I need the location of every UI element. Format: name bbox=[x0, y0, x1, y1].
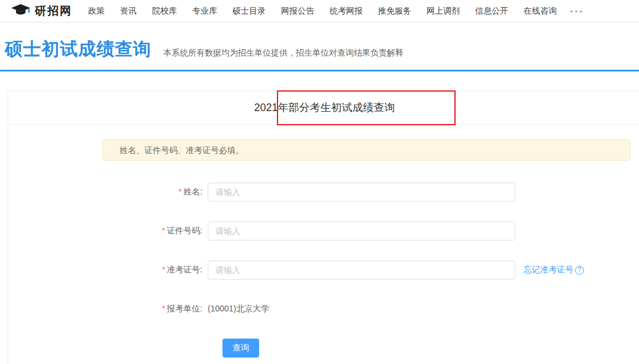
nav-item-exemption-service[interactable]: 推免服务 bbox=[370, 6, 419, 17]
top-nav: 研招网 政策 资讯 院校库 专业库 硕士目录 网报公告 统考网报 推免服务 网上… bbox=[0, 0, 639, 22]
nav-item-online-consult[interactable]: 在线咨询 bbox=[516, 6, 564, 17]
name-input[interactable] bbox=[208, 183, 515, 202]
form-row-name: *姓名: bbox=[8, 183, 639, 202]
card-header: 2021年部分考生初试成绩查询 bbox=[8, 91, 639, 125]
nav-item-unified-exam-registration[interactable]: 统考网报 bbox=[322, 6, 370, 17]
id-number-field-label: *证件号码: bbox=[8, 226, 208, 236]
notice-banner: 姓名、证件号码、准考证号必填。 bbox=[102, 139, 631, 161]
page-subtitle: 本系统所有数据均为招生单位提供，招生单位对查询结果负责解释 bbox=[163, 48, 404, 58]
nav-item-report-notice[interactable]: 网报公告 bbox=[273, 6, 322, 17]
target-institution-field-label: *报考单位: bbox=[8, 304, 208, 314]
required-asterisk: * bbox=[162, 265, 165, 274]
id-number-input[interactable] bbox=[208, 222, 515, 240]
nav-item-online-adjustment[interactable]: 网上调剂 bbox=[419, 6, 467, 17]
site-logo[interactable]: 研招网 bbox=[11, 4, 72, 19]
form-row-target-institution: *报考单位: (10001)北京大学 bbox=[8, 300, 639, 318]
form-row-ticket-number: *准考证号: 忘记准考证号? bbox=[8, 261, 639, 280]
name-field-label: *姓名: bbox=[8, 187, 208, 197]
ticket-number-field-label: *准考证号: bbox=[8, 265, 208, 275]
nav-item-major-library[interactable]: 专业库 bbox=[185, 6, 225, 17]
blue-divider bbox=[0, 70, 639, 72]
required-asterisk: * bbox=[162, 304, 165, 313]
graduation-cap-icon bbox=[11, 4, 31, 19]
question-circle-icon: ? bbox=[575, 266, 584, 275]
form-row-id-number: *证件号码: bbox=[8, 222, 639, 240]
required-asterisk: * bbox=[162, 226, 165, 235]
page-title: 硕士初试成绩查询 bbox=[5, 37, 151, 61]
nav-item-master-catalog[interactable]: 硕士目录 bbox=[225, 6, 273, 17]
page-header: 硕士初试成绩查询 本系统所有数据均为招生单位提供，招生单位对查询结果负责解释 bbox=[0, 22, 639, 70]
score-query-card: 2021年部分考生初试成绩查询 姓名、证件号码、准考证号必填。 *姓名: *证件… bbox=[8, 90, 639, 364]
score-query-form: *姓名: *证件号码: *准考证号: 忘记准考证号? *报考单位: (10001… bbox=[8, 183, 639, 358]
nav-item-news[interactable]: 资讯 bbox=[112, 6, 144, 17]
nav-item-more[interactable]: ••• bbox=[564, 8, 590, 15]
nav-item-college-library[interactable]: 院校库 bbox=[144, 6, 185, 17]
ticket-number-input[interactable] bbox=[208, 261, 515, 280]
logo-text: 研招网 bbox=[35, 4, 72, 19]
forgot-ticket-link[interactable]: 忘记准考证号? bbox=[524, 265, 584, 275]
nav-item-info-disclosure[interactable]: 信息公开 bbox=[467, 6, 516, 17]
nav-menu: 政策 资讯 院校库 专业库 硕士目录 网报公告 统考网报 推免服务 网上调剂 信… bbox=[80, 6, 590, 17]
target-institution-value: (10001)北京大学 bbox=[208, 304, 269, 314]
required-asterisk: * bbox=[179, 187, 182, 196]
nav-item-policy[interactable]: 政策 bbox=[80, 6, 112, 17]
query-button[interactable]: 查询 bbox=[222, 339, 259, 358]
card-title: 2021年部分考生初试成绩查询 bbox=[254, 100, 395, 115]
